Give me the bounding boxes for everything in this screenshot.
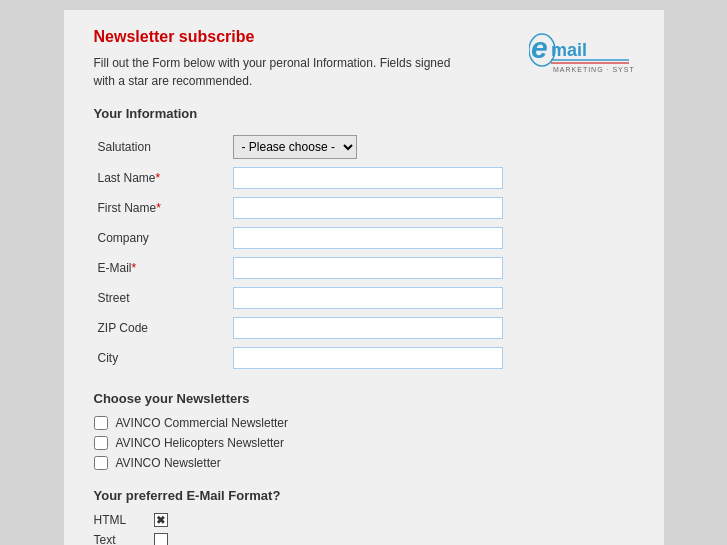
header-left: Newsletter subscribe Fill out the Form b… [94, 28, 474, 90]
page-title: Newsletter subscribe [94, 28, 474, 46]
company-row: Company [94, 223, 634, 253]
newsletter-item-commercial: AVINCO Commercial Newsletter [94, 416, 634, 430]
first-name-row: First Name* [94, 193, 634, 223]
header-area: Newsletter subscribe Fill out the Form b… [94, 28, 634, 90]
text-checkbox[interactable] [154, 533, 168, 545]
newsletters-label: Choose your Newsletters [94, 391, 634, 406]
newsletter-avinco-checkbox[interactable] [94, 456, 108, 470]
newsletters-section: Choose your Newsletters AVINCO Commercia… [94, 391, 634, 470]
city-row: City [94, 343, 634, 373]
street-input[interactable] [233, 287, 503, 309]
last-name-required-star: * [156, 171, 161, 185]
zip-input[interactable] [233, 317, 503, 339]
email-row: E-Mail* [94, 253, 634, 283]
first-name-required-star: * [156, 201, 161, 215]
company-input[interactable] [233, 227, 503, 249]
newsletter-item-helicopters: AVINCO Helicopters Newsletter [94, 436, 634, 450]
your-information-label: Your Information [94, 106, 634, 121]
newsletter-avinco-label: AVINCO Newsletter [116, 456, 221, 470]
html-format-label: HTML [94, 513, 154, 527]
newsletter-commercial-label: AVINCO Commercial Newsletter [116, 416, 288, 430]
newsletter-helicopters-checkbox[interactable] [94, 436, 108, 450]
salutation-label: Salutation [94, 131, 229, 163]
city-label: City [94, 343, 229, 373]
svg-text:mail: mail [551, 40, 587, 60]
svg-text:e: e [531, 31, 548, 64]
email-format-label: Your preferred E-Mail Format? [94, 488, 634, 503]
salutation-select[interactable]: - Please choose - Mr. Ms. Dr. [233, 135, 357, 159]
html-format-item: HTML ✖ [94, 513, 634, 527]
email-format-section: Your preferred E-Mail Format? HTML ✖ Tex… [94, 488, 634, 545]
page-wrapper: Newsletter subscribe Fill out the Form b… [64, 10, 664, 545]
form-table: Salutation - Please choose - Mr. Ms. Dr.… [94, 131, 634, 373]
last-name-input[interactable] [233, 167, 503, 189]
email-input[interactable] [233, 257, 503, 279]
text-format-item: Text [94, 533, 634, 545]
street-row: Street [94, 283, 634, 313]
city-input[interactable] [233, 347, 503, 369]
email-required-star: * [132, 261, 137, 275]
last-name-row: Last Name* [94, 163, 634, 193]
email-label: E-Mail* [94, 253, 229, 283]
first-name-label: First Name* [94, 193, 229, 223]
zip-row: ZIP Code [94, 313, 634, 343]
salutation-row: Salutation - Please choose - Mr. Ms. Dr. [94, 131, 634, 163]
newsletter-helicopters-label: AVINCO Helicopters Newsletter [116, 436, 285, 450]
zip-label: ZIP Code [94, 313, 229, 343]
first-name-input[interactable] [233, 197, 503, 219]
newsletter-item-avinco: AVINCO Newsletter [94, 456, 634, 470]
logo-area: e mail MARKETING · SYSTEM [524, 28, 634, 79]
logo-icon: e mail MARKETING · SYSTEM [529, 28, 634, 76]
html-checkbox[interactable]: ✖ [154, 513, 168, 527]
street-label: Street [94, 283, 229, 313]
page-description: Fill out the Form below with your perona… [94, 54, 474, 90]
svg-text:MARKETING · SYSTEM: MARKETING · SYSTEM [553, 66, 634, 73]
last-name-label: Last Name* [94, 163, 229, 193]
newsletter-commercial-checkbox[interactable] [94, 416, 108, 430]
company-label: Company [94, 223, 229, 253]
text-format-label: Text [94, 533, 154, 545]
